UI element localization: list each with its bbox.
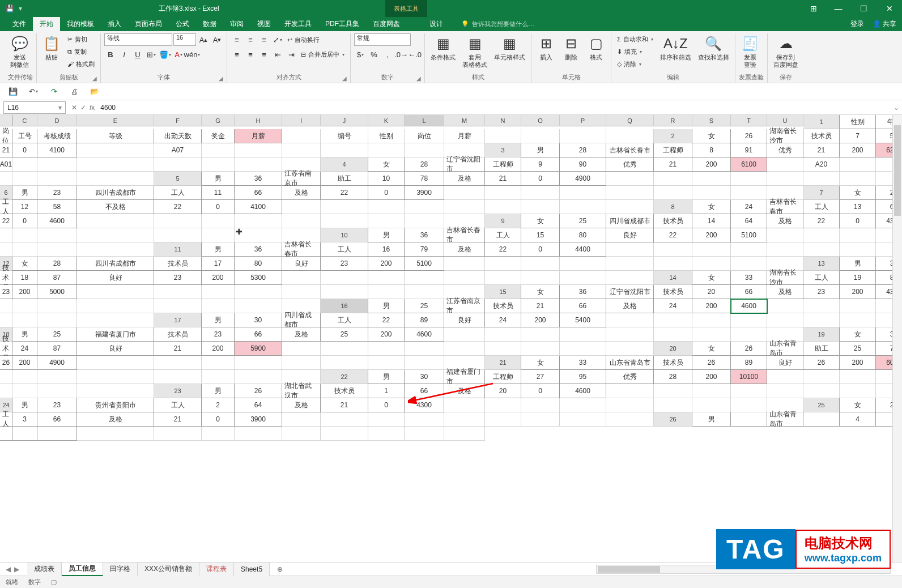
- tell-me-input[interactable]: 💡告诉我您想要做什么…: [461, 20, 534, 28]
- cell-4-H[interactable]: 90: [560, 157, 606, 172]
- row-header-17[interactable]: 17: [154, 313, 202, 327]
- cell-10-H[interactable]: 80: [560, 228, 606, 242]
- cell-25-H[interactable]: 66: [37, 412, 77, 427]
- enter-icon[interactable]: ✓: [80, 104, 86, 112]
- cell-18-G[interactable]: 23: [202, 327, 235, 342]
- col-header-H[interactable]: H: [235, 115, 282, 126]
- cell-25-K[interactable]: 0: [202, 412, 235, 427]
- cell-13-G[interactable]: 18: [12, 271, 37, 285]
- login-link[interactable]: 登录: [850, 19, 864, 29]
- cell-1-S[interactable]: [521, 129, 560, 143]
- cell-3-C[interactable]: 男: [521, 143, 560, 157]
- send-wechat-button[interactable]: 💬发送到微信: [8, 33, 31, 70]
- col-header-J[interactable]: J: [321, 115, 368, 126]
- cell-2-P[interactable]: [235, 143, 282, 157]
- cell-18-D[interactable]: 25: [37, 327, 77, 342]
- cell-15-T[interactable]: [235, 299, 282, 313]
- cell-15-G[interactable]: 20: [692, 285, 731, 299]
- cell-19-T[interactable]: [560, 342, 606, 356]
- cell-20-S[interactable]: [368, 356, 405, 370]
- row-header-16[interactable]: 16: [321, 299, 368, 313]
- cell-8-G[interactable]: 13: [840, 200, 876, 214]
- cell-12-F[interactable]: 技术员: [154, 257, 202, 271]
- cell-2-E[interactable]: 湖南省长沙市: [767, 129, 803, 143]
- cell-24-E[interactable]: 贵州省贵阳市: [77, 398, 154, 412]
- cell-19-O[interactable]: [368, 342, 405, 356]
- cell-20-R[interactable]: [321, 356, 368, 370]
- cell-6-T[interactable]: [731, 186, 767, 200]
- cell-22-G[interactable]: 27: [521, 370, 560, 384]
- cell-22-E[interactable]: 福建省厦门市: [444, 370, 485, 384]
- row-header-9[interactable]: 9: [485, 214, 521, 228]
- cell-1-O[interactable]: 性别: [368, 129, 405, 143]
- cell-18-O[interactable]: [521, 327, 560, 342]
- cell-16-O[interactable]: [840, 299, 876, 313]
- cell-22-S[interactable]: [12, 384, 37, 398]
- cell-22-C[interactable]: 男: [368, 370, 405, 384]
- cell-7-N[interactable]: [321, 200, 368, 214]
- cell-5-S[interactable]: [840, 172, 876, 186]
- decrease-indent-button[interactable]: ⇤: [271, 48, 284, 61]
- cell-12-E[interactable]: 四川省成都市: [77, 257, 154, 271]
- cell-23-N[interactable]: [654, 384, 692, 398]
- cell-2-R[interactable]: [321, 143, 368, 157]
- cell-13-Q[interactable]: [444, 271, 485, 285]
- cell-5-I[interactable]: 及格: [444, 172, 485, 186]
- cell-20-L[interactable]: 4900: [37, 356, 77, 370]
- align-middle-button[interactable]: ≡: [244, 33, 257, 46]
- paste-button[interactable]: 📋粘贴: [40, 33, 63, 62]
- cell-16-J[interactable]: 24: [654, 299, 692, 313]
- cell-5-K[interactable]: 0: [521, 172, 560, 186]
- cell-10-D[interactable]: 36: [405, 228, 444, 242]
- cell-21-T[interactable]: [235, 370, 282, 384]
- cell-23-L[interactable]: 4600: [560, 384, 606, 398]
- accounting-button[interactable]: $: [354, 48, 367, 61]
- cell-9-G[interactable]: 14: [692, 214, 731, 228]
- cell-24-F[interactable]: 工人: [154, 398, 202, 412]
- cell-6-F[interactable]: 工人: [154, 186, 202, 200]
- cell-14-N[interactable]: [154, 285, 202, 299]
- cell-3-K[interactable]: 200: [840, 143, 876, 157]
- cell-1-F[interactable]: 岗位: [0, 129, 12, 143]
- cell-20-F[interactable]: 助工: [803, 342, 840, 356]
- sheet-next-icon[interactable]: ▶: [14, 565, 19, 573]
- cell-7-K[interactable]: 0: [202, 200, 235, 214]
- cell-17-S[interactable]: [840, 313, 876, 327]
- cell-10-S[interactable]: [12, 242, 37, 257]
- cell-10-F[interactable]: 工人: [485, 228, 521, 242]
- col-header-T[interactable]: T: [731, 115, 767, 126]
- row-header-13[interactable]: 13: [803, 257, 840, 271]
- row-header-20[interactable]: 20: [654, 342, 692, 356]
- col-header-G[interactable]: G: [202, 115, 235, 126]
- col-header-L[interactable]: L: [405, 115, 444, 126]
- cell-18-I[interactable]: 及格: [282, 327, 321, 342]
- cell-8-F[interactable]: 工人: [803, 200, 840, 214]
- cell-6-C[interactable]: 男: [12, 186, 37, 200]
- cell-24-P[interactable]: [560, 398, 606, 412]
- cell-3-P[interactable]: [37, 157, 77, 172]
- cell-7-G[interactable]: 12: [12, 200, 37, 214]
- cell-26-T[interactable]: [405, 427, 444, 441]
- cell-11-S[interactable]: [840, 242, 876, 257]
- cell-23-E[interactable]: 湖北省武汉市: [282, 384, 321, 398]
- cell-11-Q[interactable]: [767, 242, 803, 257]
- cell-17-P[interactable]: [731, 313, 767, 327]
- tab-layout[interactable]: 页面布局: [128, 17, 169, 31]
- cell-5-Q[interactable]: [767, 172, 803, 186]
- row-header-14[interactable]: 14: [654, 271, 692, 285]
- cell-22-N[interactable]: [803, 370, 840, 384]
- cell-3-E[interactable]: 吉林省长春市: [606, 143, 654, 157]
- cell-12-L[interactable]: 5100: [405, 257, 444, 271]
- cell-8-S[interactable]: [368, 214, 405, 228]
- cell-25-T[interactable]: [560, 412, 606, 427]
- cell-8-K[interactable]: 0: [12, 214, 37, 228]
- cell-11-P[interactable]: [731, 242, 767, 257]
- row-header-8[interactable]: 8: [654, 200, 692, 214]
- sheet-prev-icon[interactable]: ◀: [6, 565, 11, 573]
- tab-dev[interactable]: 开发工具: [278, 17, 318, 31]
- cell-4-S[interactable]: [12, 172, 37, 186]
- cell-25-U[interactable]: [606, 412, 654, 427]
- cell-18-N[interactable]: [485, 327, 521, 342]
- cell-24-O[interactable]: [521, 398, 560, 412]
- cell-25-M[interactable]: [282, 412, 321, 427]
